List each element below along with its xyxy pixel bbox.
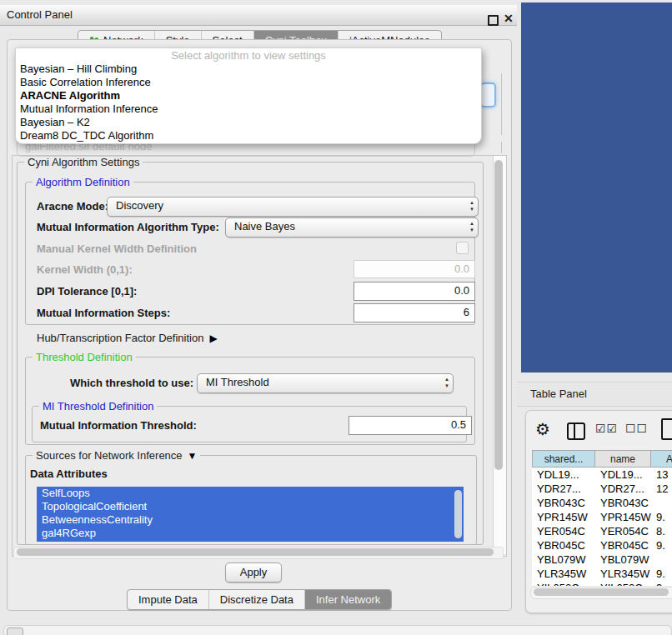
- table-header-row: shared...nameA: [532, 450, 672, 468]
- column-header-name[interactable]: name: [595, 450, 651, 468]
- attribute-item-betweennesscentrality[interactable]: BetweennessCentrality: [37, 513, 464, 527]
- algorithm-option-mutual-information-inference[interactable]: Mutual Information Inference: [16, 102, 481, 116]
- table-row[interactable]: YLR345WYLR345W9.: [532, 567, 672, 581]
- table-cell: 9.: [651, 567, 672, 581]
- tab-impute-data[interactable]: Impute Data: [128, 590, 208, 609]
- table-cell: [651, 552, 672, 567]
- hub-section-label: Hub/Transcription Factor Definition: [37, 332, 203, 344]
- table-row[interactable]: YBR043CYBR043C: [532, 496, 672, 510]
- table-panel-titlebar: Table Panel: [517, 382, 672, 407]
- mi-steps-input[interactable]: 6: [354, 303, 475, 322]
- table-cell: YBR045C: [595, 538, 651, 552]
- stepper-arrows-icon: ▲▼: [444, 376, 449, 389]
- group-title: Cyni Algorithm Settings: [24, 156, 143, 168]
- apply-button[interactable]: Apply: [225, 562, 282, 582]
- horizontal-scrollbar-thumb[interactable]: [17, 548, 494, 556]
- kernel-width-input[interactable]: 0.0: [354, 260, 475, 278]
- algorithm-dropdown-popup: Select algorithm to view settings Bayesi…: [15, 48, 482, 144]
- column-visibility-icon[interactable]: [567, 422, 585, 440]
- table-cell: 12: [651, 482, 672, 496]
- collapsed-arrow-icon: ▶: [209, 332, 217, 344]
- which-threshold-label: Which threshold to use:: [70, 377, 193, 389]
- cyni-mode-tabs: Impute DataDiscretize DataInfer Network: [127, 589, 392, 610]
- table-cell: 9.: [651, 538, 672, 552]
- mi-threshold-input[interactable]: 0.5: [349, 416, 472, 435]
- sources-toggle[interactable]: Sources for Network Inference ▼: [33, 449, 200, 462]
- group-title: MI Threshold Definition: [39, 400, 157, 412]
- mi-steps-label: Mutual Information Steps:: [37, 307, 170, 319]
- manual-kernel-width-checkbox[interactable]: [456, 242, 469, 254]
- table-row[interactable]: YBR045CYBR045C9.: [532, 538, 672, 552]
- tab-label: Infer Network: [316, 590, 380, 609]
- table-cell: YBL079W: [532, 552, 595, 567]
- attribute-item-selfloops[interactable]: SelfLoops: [37, 487, 464, 500]
- table-cell: YDL19...: [532, 468, 595, 482]
- attribute-item-gal4rgexp[interactable]: gal4RGexp: [37, 527, 464, 540]
- table-cell: YBL079W: [595, 552, 651, 567]
- mi-algorithm-type-value: Naive Bayes: [234, 220, 295, 232]
- algorithm-option-dream8-dc-tdc-algorithm[interactable]: Dream8 DC_TDC Algorithm: [16, 129, 481, 142]
- tab-discretize-data[interactable]: Discretize Data: [208, 590, 304, 609]
- table-horizontal-scrollbar-thumb[interactable]: [534, 588, 669, 596]
- column-header-a[interactable]: A: [651, 450, 672, 468]
- tab-infer-network[interactable]: Infer Network: [304, 590, 391, 609]
- table-cell: YIL052C: [532, 581, 595, 586]
- dpi-tolerance-label: DPI Tolerance [0,1]:: [37, 285, 137, 298]
- table-cell: YDR27...: [532, 482, 595, 496]
- float-panel-icon[interactable]: [488, 15, 499, 26]
- table-cell: 9: [651, 581, 672, 586]
- attribute-item-topologicalcoefficient[interactable]: TopologicalCoefficient: [37, 500, 464, 513]
- mi-threshold-label: Mutual Information Threshold:: [40, 419, 197, 432]
- deselect-all-icon[interactable]: ☐☐: [625, 422, 648, 435]
- table-cell: YPR145W: [532, 510, 595, 524]
- sources-title: Sources for Network Inference: [36, 449, 183, 462]
- tab-label: Impute Data: [138, 590, 198, 609]
- table-row[interactable]: YIL052CYIL052C9: [532, 581, 672, 586]
- vertical-scrollbar-thumb[interactable]: [494, 160, 503, 470]
- which-threshold-select[interactable]: MI Threshold ▲▼: [197, 373, 454, 393]
- table-cell: YLR345W: [595, 567, 651, 581]
- table-cell: 8.: [651, 524, 672, 538]
- export-table-icon[interactable]: [661, 418, 672, 440]
- algorithm-dropdown-placeholder: Select algorithm to view settings: [16, 48, 481, 62]
- collapsed-panel-tab[interactable]: [7, 628, 23, 635]
- table-cell: YDR27...: [595, 482, 651, 496]
- algorithm-option-basic-correlation-inference[interactable]: Basic Correlation Inference: [16, 76, 481, 89]
- table-row[interactable]: YPR145WYPR145W9.: [532, 510, 672, 524]
- algorithm-option-bayesian-hill-climbing[interactable]: Bayesian – Hill Climbing: [16, 62, 481, 76]
- column-header-shared[interactable]: shared...: [532, 450, 595, 468]
- table-cell: [651, 496, 672, 510]
- table-row[interactable]: YBL079WYBL079W: [532, 552, 672, 567]
- table-cell: 9.: [651, 510, 672, 524]
- table-cell: YBR043C: [532, 496, 595, 510]
- group-title: Algorithm Definition: [33, 176, 133, 188]
- background-combo-stepper: [480, 82, 496, 108]
- table-settings-gear-icon[interactable]: ⚙: [535, 419, 550, 439]
- network-view-frame: GALGAL80GAL10GAL1GAL11SWI4GAL4GCY1HAP4YH…: [521, 2, 672, 372]
- data-attributes-list[interactable]: SelfLoopsTopologicalCoefficientBetweenne…: [37, 487, 464, 542]
- panel-title: Control Panel: [7, 5, 73, 25]
- mi-algorithm-type-select[interactable]: Naive Bayes ▲▼: [225, 218, 479, 238]
- close-panel-icon[interactable]: ✕: [504, 8, 514, 28]
- table-row[interactable]: YER054CYER054C8.: [532, 524, 672, 538]
- table-cell: YLR345W: [532, 567, 595, 581]
- table-cell: YER054C: [532, 524, 595, 538]
- table-row[interactable]: YDL19...YDL19...13: [532, 468, 672, 482]
- aracne-mode-value: Discovery: [116, 199, 163, 212]
- dpi-tolerance-input[interactable]: 0.0: [354, 282, 475, 301]
- group-title: Threshold Definition: [33, 351, 136, 363]
- kernel-width-label: Kernel Width (0,1):: [37, 263, 133, 276]
- select-all-icon[interactable]: ☑☑: [595, 422, 618, 435]
- algorithm-option-aracne-algorithm[interactable]: ARACNE Algorithm: [16, 89, 481, 102]
- table-panel-title: Table Panel: [530, 382, 587, 406]
- aracne-mode-select[interactable]: Discovery ▲▼: [107, 197, 479, 217]
- algorithm-option-bayesian-k2[interactable]: Bayesian – K2: [16, 116, 481, 129]
- attributes-scrollbar-thumb[interactable]: [454, 490, 462, 538]
- table-cell: YIL052C: [595, 581, 651, 586]
- hub-section-toggle[interactable]: Hub/Transcription Factor Definition ▶: [37, 332, 218, 344]
- table-row[interactable]: YDR27...YDR27...12: [532, 482, 672, 496]
- tab-label: Discretize Data: [220, 590, 293, 609]
- which-threshold-value: MI Threshold: [206, 376, 269, 388]
- table-cell: YBR043C: [595, 496, 651, 510]
- bottom-panel-edge: [3, 625, 672, 635]
